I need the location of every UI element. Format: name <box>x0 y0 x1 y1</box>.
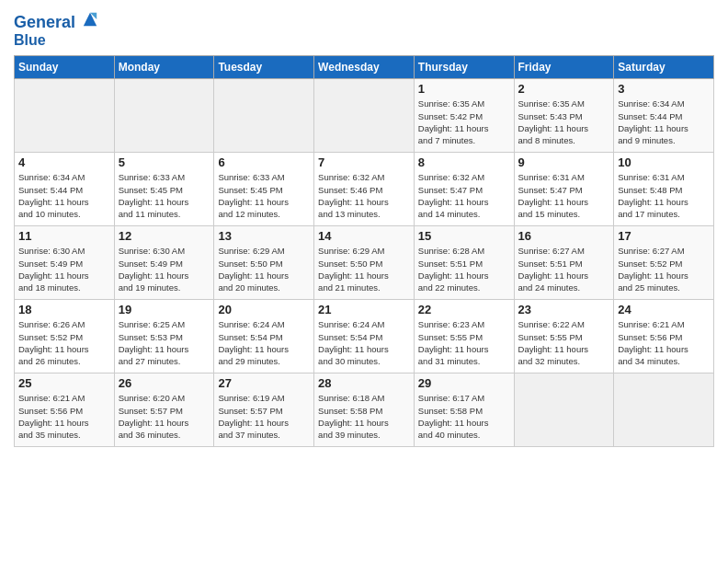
calendar-week-row: 11Sunrise: 6:30 AM Sunset: 5:49 PM Dayli… <box>15 226 714 300</box>
calendar-cell: 10Sunrise: 6:31 AM Sunset: 5:48 PM Dayli… <box>614 153 714 226</box>
day-number: 19 <box>119 303 210 316</box>
day-number: 21 <box>318 303 410 316</box>
calendar-cell: 17Sunrise: 6:27 AM Sunset: 5:52 PM Dayli… <box>614 226 714 300</box>
day-number: 15 <box>418 229 510 243</box>
day-info: Sunrise: 6:25 AM Sunset: 5:53 PM Dayligh… <box>119 318 210 367</box>
day-info: Sunrise: 6:35 AM Sunset: 5:42 PM Dayligh… <box>418 98 510 146</box>
calendar-cell: 22Sunrise: 6:23 AM Sunset: 5:55 PM Dayli… <box>414 300 514 373</box>
calendar-cell: 15Sunrise: 6:28 AM Sunset: 5:51 PM Dayli… <box>414 226 514 300</box>
calendar-cell: 9Sunrise: 6:31 AM Sunset: 5:47 PM Daylig… <box>514 153 614 226</box>
day-info: Sunrise: 6:33 AM Sunset: 5:45 PM Dayligh… <box>218 171 310 220</box>
calendar-cell: 2Sunrise: 6:35 AM Sunset: 5:43 PM Daylig… <box>514 79 614 153</box>
day-info: Sunrise: 6:31 AM Sunset: 5:47 PM Dayligh… <box>518 171 610 220</box>
day-info: Sunrise: 6:33 AM Sunset: 5:45 PM Dayligh… <box>119 171 210 220</box>
day-info: Sunrise: 6:17 AM Sunset: 5:58 PM Dayligh… <box>418 392 510 441</box>
day-info: Sunrise: 6:24 AM Sunset: 5:54 PM Dayligh… <box>318 318 410 367</box>
weekday-header-sunday: Sunday <box>15 56 115 79</box>
day-info: Sunrise: 6:27 AM Sunset: 5:52 PM Dayligh… <box>618 245 710 293</box>
calendar-cell: 6Sunrise: 6:33 AM Sunset: 5:45 PM Daylig… <box>214 153 314 226</box>
day-number: 17 <box>618 229 710 243</box>
weekday-header-saturday: Saturday <box>614 56 714 79</box>
calendar-week-row: 18Sunrise: 6:26 AM Sunset: 5:52 PM Dayli… <box>15 300 714 373</box>
calendar-cell: 4Sunrise: 6:34 AM Sunset: 5:44 PM Daylig… <box>15 153 115 226</box>
logo: General Blue <box>14 14 98 48</box>
calendar-cell: 23Sunrise: 6:22 AM Sunset: 5:55 PM Dayli… <box>514 300 614 373</box>
day-number: 22 <box>418 303 510 316</box>
weekday-header-friday: Friday <box>514 56 614 79</box>
day-info: Sunrise: 6:34 AM Sunset: 5:44 PM Dayligh… <box>18 171 110 220</box>
calendar-cell: 1Sunrise: 6:35 AM Sunset: 5:42 PM Daylig… <box>414 79 514 153</box>
day-number: 26 <box>119 376 210 390</box>
calendar-table: SundayMondayTuesdayWednesdayThursdayFrid… <box>14 55 714 447</box>
day-number: 13 <box>218 229 310 243</box>
day-info: Sunrise: 6:31 AM Sunset: 5:48 PM Dayligh… <box>618 171 710 220</box>
day-info: Sunrise: 6:24 AM Sunset: 5:54 PM Dayligh… <box>218 318 310 367</box>
calendar-week-row: 1Sunrise: 6:35 AM Sunset: 5:42 PM Daylig… <box>15 79 714 153</box>
logo-text: General <box>14 14 98 32</box>
day-info: Sunrise: 6:20 AM Sunset: 5:57 PM Dayligh… <box>119 392 210 441</box>
day-info: Sunrise: 6:35 AM Sunset: 5:43 PM Dayligh… <box>518 98 610 146</box>
day-number: 6 <box>218 155 310 169</box>
calendar-cell: 18Sunrise: 6:26 AM Sunset: 5:52 PM Dayli… <box>15 300 115 373</box>
day-info: Sunrise: 6:23 AM Sunset: 5:55 PM Dayligh… <box>418 318 510 367</box>
day-number: 10 <box>618 155 710 169</box>
day-number: 18 <box>18 303 110 316</box>
day-number: 9 <box>518 155 610 169</box>
calendar-cell: 3Sunrise: 6:34 AM Sunset: 5:44 PM Daylig… <box>614 79 714 153</box>
calendar-cell: 26Sunrise: 6:20 AM Sunset: 5:57 PM Dayli… <box>114 373 214 447</box>
calendar-cell: 12Sunrise: 6:30 AM Sunset: 5:49 PM Dayli… <box>114 226 214 300</box>
day-info: Sunrise: 6:27 AM Sunset: 5:51 PM Dayligh… <box>518 245 610 293</box>
weekday-header-monday: Monday <box>114 56 214 79</box>
calendar-cell <box>15 79 115 153</box>
day-number: 29 <box>418 376 510 390</box>
calendar-cell: 20Sunrise: 6:24 AM Sunset: 5:54 PM Dayli… <box>214 300 314 373</box>
day-info: Sunrise: 6:19 AM Sunset: 5:57 PM Dayligh… <box>218 392 310 441</box>
weekday-header-row: SundayMondayTuesdayWednesdayThursdayFrid… <box>15 56 714 79</box>
day-number: 25 <box>18 376 110 390</box>
day-number: 28 <box>318 376 410 390</box>
day-info: Sunrise: 6:29 AM Sunset: 5:50 PM Dayligh… <box>318 245 410 293</box>
calendar-cell <box>614 373 714 447</box>
calendar-cell: 14Sunrise: 6:29 AM Sunset: 5:50 PM Dayli… <box>314 226 415 300</box>
calendar-cell: 24Sunrise: 6:21 AM Sunset: 5:56 PM Dayli… <box>614 300 714 373</box>
calendar-cell: 19Sunrise: 6:25 AM Sunset: 5:53 PM Dayli… <box>114 300 214 373</box>
calendar-cell: 28Sunrise: 6:18 AM Sunset: 5:58 PM Dayli… <box>314 373 415 447</box>
day-info: Sunrise: 6:32 AM Sunset: 5:46 PM Dayligh… <box>318 171 410 220</box>
day-number: 7 <box>318 155 410 169</box>
day-info: Sunrise: 6:30 AM Sunset: 5:49 PM Dayligh… <box>119 245 210 293</box>
day-info: Sunrise: 6:18 AM Sunset: 5:58 PM Dayligh… <box>318 392 410 441</box>
calendar-cell: 7Sunrise: 6:32 AM Sunset: 5:46 PM Daylig… <box>314 153 415 226</box>
calendar-cell: 29Sunrise: 6:17 AM Sunset: 5:58 PM Dayli… <box>414 373 514 447</box>
day-number: 12 <box>119 229 210 243</box>
day-number: 5 <box>119 155 210 169</box>
calendar-cell <box>114 79 214 153</box>
day-number: 23 <box>518 303 610 316</box>
weekday-header-tuesday: Tuesday <box>214 56 314 79</box>
day-number: 27 <box>218 376 310 390</box>
weekday-header-wednesday: Wednesday <box>314 56 415 79</box>
day-number: 16 <box>518 229 610 243</box>
day-info: Sunrise: 6:32 AM Sunset: 5:47 PM Dayligh… <box>418 171 510 220</box>
weekday-header-thursday: Thursday <box>414 56 514 79</box>
calendar-cell: 5Sunrise: 6:33 AM Sunset: 5:45 PM Daylig… <box>114 153 214 226</box>
calendar-cell: 11Sunrise: 6:30 AM Sunset: 5:49 PM Dayli… <box>15 226 115 300</box>
day-number: 11 <box>18 229 110 243</box>
page-header: General Blue <box>14 9 714 48</box>
day-number: 8 <box>418 155 510 169</box>
day-number: 2 <box>518 82 610 96</box>
day-info: Sunrise: 6:21 AM Sunset: 5:56 PM Dayligh… <box>618 318 710 367</box>
day-info: Sunrise: 6:34 AM Sunset: 5:44 PM Dayligh… <box>618 98 710 146</box>
calendar-cell: 27Sunrise: 6:19 AM Sunset: 5:57 PM Dayli… <box>214 373 314 447</box>
day-number: 14 <box>318 229 410 243</box>
calendar-cell: 8Sunrise: 6:32 AM Sunset: 5:47 PM Daylig… <box>414 153 514 226</box>
day-number: 24 <box>618 303 710 316</box>
day-info: Sunrise: 6:26 AM Sunset: 5:52 PM Dayligh… <box>18 318 110 367</box>
logo-subtext: Blue <box>14 32 98 49</box>
calendar-week-row: 25Sunrise: 6:21 AM Sunset: 5:56 PM Dayli… <box>15 373 714 447</box>
day-info: Sunrise: 6:28 AM Sunset: 5:51 PM Dayligh… <box>418 245 510 293</box>
calendar-cell: 16Sunrise: 6:27 AM Sunset: 5:51 PM Dayli… <box>514 226 614 300</box>
day-info: Sunrise: 6:22 AM Sunset: 5:55 PM Dayligh… <box>518 318 610 367</box>
calendar-cell: 21Sunrise: 6:24 AM Sunset: 5:54 PM Dayli… <box>314 300 415 373</box>
day-info: Sunrise: 6:29 AM Sunset: 5:50 PM Dayligh… <box>218 245 310 293</box>
day-number: 1 <box>418 82 510 96</box>
